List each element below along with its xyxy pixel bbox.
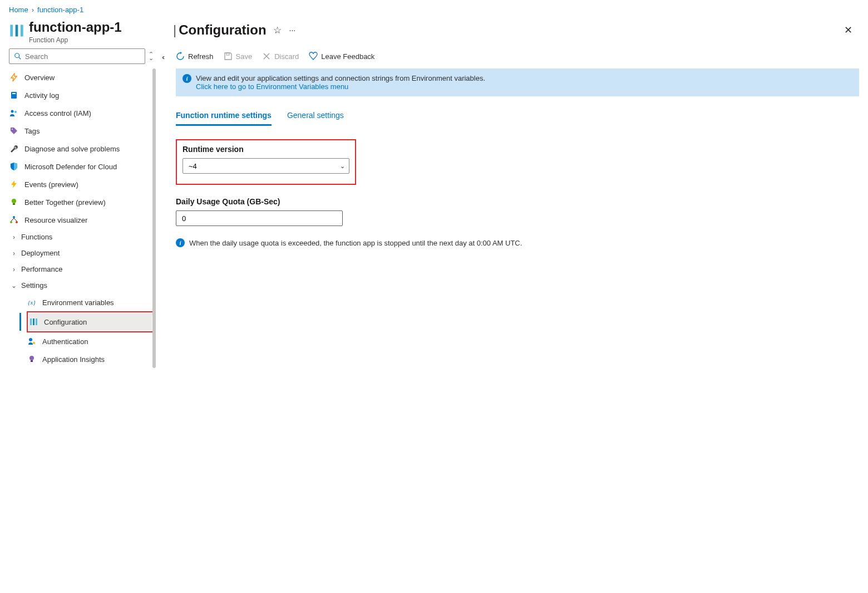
tag-icon	[9, 126, 19, 136]
runtime-version-label: Runtime version	[183, 145, 349, 154]
nav-label: Deployment	[21, 249, 60, 257]
svg-line-15	[11, 218, 14, 221]
nav-activity-log[interactable]: Activity log	[9, 86, 154, 104]
runtime-version-select[interactable]: ⌄	[183, 158, 349, 174]
bolt-icon	[9, 72, 19, 82]
nav-authentication[interactable]: Authentication	[27, 332, 154, 350]
quota-input[interactable]	[176, 210, 343, 226]
svg-point-22	[33, 342, 35, 344]
toolbar: Refresh Save Discard Leave Feedback	[176, 48, 859, 68]
nav-label: Performance	[21, 265, 62, 273]
svg-point-13	[10, 221, 12, 223]
nav-overview[interactable]: Overview	[9, 68, 154, 86]
nav-label: Application Insights	[42, 355, 105, 364]
discard-icon	[262, 52, 271, 61]
nav-diagnose[interactable]: Diagnose and solve problems	[9, 140, 154, 158]
nav-events[interactable]: Events (preview)	[9, 175, 154, 193]
nav-label: Settings	[21, 281, 47, 290]
nav-performance[interactable]: › Performance	[9, 261, 154, 277]
runtime-version-value[interactable]	[183, 158, 349, 174]
svg-text:{x}: {x}	[28, 299, 36, 306]
svg-rect-24	[31, 360, 33, 362]
nav-tags[interactable]: Tags	[9, 122, 154, 140]
expand-collapse-icon[interactable]: ⌃⌄	[149, 52, 154, 60]
notebook-icon	[9, 90, 19, 100]
content-area: Refresh Save Discard Leave Feedback i Vi…	[171, 48, 868, 368]
highlight-box-form: Runtime version ⌄	[176, 139, 356, 185]
page-title: Configuration	[179, 22, 266, 38]
svg-line-4	[19, 57, 21, 60]
insights-icon	[27, 354, 37, 364]
banner-link[interactable]: Click here to go to Environment Variable…	[196, 82, 348, 91]
button-label: Save	[236, 52, 253, 61]
quota-label: Daily Usage Quota (GB-Sec)	[176, 197, 859, 206]
nav-label: Environment variables	[42, 298, 114, 307]
button-label: Leave Feedback	[321, 52, 374, 61]
svg-point-7	[11, 110, 14, 113]
info-icon: i	[183, 74, 191, 83]
nav-better-together[interactable]: Better Together (preview)	[9, 193, 154, 211]
collapse-sidebar-icon[interactable]: ‹‹	[162, 53, 164, 368]
favorite-star-icon[interactable]: ☆	[273, 24, 282, 36]
nav-label: Resource visualizer	[24, 216, 87, 224]
close-icon[interactable]: ✕	[842, 22, 855, 38]
svg-point-3	[15, 53, 19, 58]
more-menu-icon[interactable]: ···	[289, 26, 296, 35]
resource-subtitle: Function App	[29, 36, 122, 44]
resource-title: function-app-1	[29, 19, 122, 35]
svg-line-16	[14, 218, 17, 221]
nav-label: Events (preview)	[24, 180, 78, 189]
nav-label: Tags	[24, 127, 40, 135]
hint-text: When the daily usage quota is exceeded, …	[189, 239, 522, 247]
nav-functions[interactable]: › Functions	[9, 229, 154, 245]
breadcrumb: Home › function-app-1	[0, 0, 868, 19]
svg-rect-2	[21, 25, 23, 37]
nav-environment-variables[interactable]: {x} Environment variables	[27, 293, 154, 311]
people-icon	[9, 108, 19, 118]
tab-runtime-settings[interactable]: Function runtime settings	[176, 106, 272, 126]
lightbulb-icon	[9, 197, 19, 207]
svg-rect-5	[11, 92, 17, 99]
button-label: Discard	[274, 52, 299, 61]
svg-point-8	[14, 111, 17, 113]
heart-icon	[309, 52, 318, 61]
breadcrumb-separator: ›	[32, 6, 34, 14]
svg-rect-19	[33, 318, 34, 325]
nav-configuration[interactable]: Configuration	[28, 313, 152, 331]
search-input-wrap[interactable]	[9, 48, 145, 64]
breadcrumb-home[interactable]: Home	[9, 6, 28, 14]
feedback-button[interactable]: Leave Feedback	[309, 52, 374, 61]
nav-menu: Overview Activity log Access control (IA…	[9, 68, 154, 368]
search-input[interactable]	[25, 52, 140, 61]
chevron-down-icon: ⌄	[9, 282, 19, 290]
page-header: function-app-1 Function App | Configurat…	[0, 19, 868, 48]
svg-point-12	[13, 216, 15, 218]
nav-label: Microsoft Defender for Cloud	[24, 163, 117, 171]
save-button[interactable]: Save	[224, 52, 253, 61]
banner-text: View and edit your application settings …	[196, 74, 485, 82]
nav-application-insights[interactable]: Application Insights	[27, 350, 154, 368]
nav-label: Authentication	[42, 337, 88, 346]
tab-general-settings[interactable]: General settings	[287, 106, 344, 126]
discard-button[interactable]: Discard	[262, 52, 299, 61]
info-banner: i View and edit your application setting…	[176, 68, 859, 96]
nav-resource-visualizer[interactable]: Resource visualizer	[9, 211, 154, 229]
svg-rect-20	[36, 318, 37, 325]
nav-deployment[interactable]: › Deployment	[9, 245, 154, 261]
shield-icon	[9, 161, 19, 171]
info-icon: i	[176, 238, 185, 247]
nav-label: Overview	[24, 73, 55, 82]
nav-settings[interactable]: ⌄ Settings	[9, 277, 154, 293]
nav-defender[interactable]: Microsoft Defender for Cloud	[9, 158, 154, 175]
refresh-icon	[176, 52, 185, 61]
svg-rect-0	[10, 25, 13, 37]
svg-point-9	[12, 129, 13, 130]
breadcrumb-current[interactable]: function-app-1	[37, 6, 83, 14]
title-divider: |	[173, 22, 176, 38]
wrench-icon	[9, 144, 19, 154]
nav-access-control[interactable]: Access control (IAM)	[9, 104, 154, 122]
highlight-box: Configuration	[27, 311, 154, 332]
refresh-button[interactable]: Refresh	[176, 52, 214, 61]
save-icon	[224, 52, 233, 61]
nav-label: Functions	[21, 233, 52, 241]
